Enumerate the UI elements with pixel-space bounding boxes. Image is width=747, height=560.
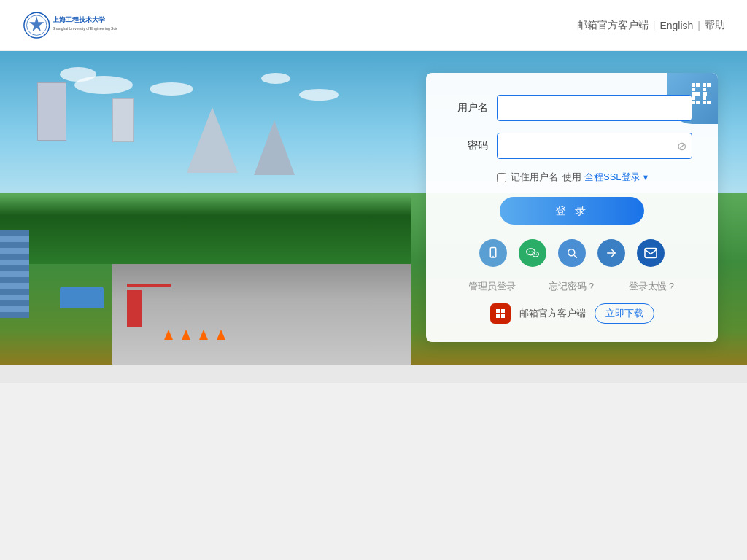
admin-login-link[interactable]: 管理员登录 [468,280,516,293]
svg-point-10 [531,252,533,253]
svg-rect-22 [503,316,505,318]
svg-point-6 [492,256,494,257]
forgot-password-link[interactable]: 忘记密码？ [549,280,596,293]
svg-point-12 [536,254,538,255]
download-button[interactable]: 立即下载 [595,303,654,324]
svg-rect-19 [501,314,503,316]
ssl-dropdown-icon[interactable]: ▼ [642,173,650,182]
password-row: 密码 ⊘ [452,133,692,159]
mail-login-icon[interactable] [637,239,665,267]
svg-rect-15 [645,249,657,258]
username-row: 用户名 [452,95,692,121]
svg-marker-2 [29,16,44,31]
login-button[interactable]: 登 录 [500,197,644,225]
password-input[interactable] [497,133,692,159]
road [112,255,411,365]
app-icon [490,303,511,324]
mobile-login-icon[interactable] [479,239,507,267]
remember-checkbox[interactable] [497,173,506,182]
username-label: 用户名 [452,101,488,114]
svg-rect-18 [496,314,500,318]
username-input-wrap [497,95,692,121]
login-slow-link[interactable]: 登录太慢？ [629,280,676,293]
social-login-row [452,239,692,267]
login-panel: 用户名 密码 ⊘ 记住用户名 使用 全程SSL登录 ▼ 登 录 [426,73,718,342]
tree-line [0,195,411,265]
building-2 [112,98,134,142]
header-nav: 邮箱官方客户端 | English | 帮助 [577,19,725,32]
scan-login-icon[interactable] [558,239,586,267]
svg-point-11 [534,254,535,255]
campus-hero: 用户名 密码 ⊘ 记住用户名 使用 全程SSL登录 ▼ 登 录 [0,51,747,365]
cloud-2 [60,67,96,82]
svg-text:Shanghai University of Enginee: Shanghai University of Engineering Scien… [53,26,117,31]
cloud-3 [150,82,193,96]
password-label: 密码 [452,139,488,152]
remember-row: 记住用户名 使用 全程SSL登录 ▼ [452,171,692,184]
mailbox-client-link[interactable]: 邮箱官方客户端 [577,19,649,32]
gate-bar [127,284,171,287]
logo-area: 上海工程技术大学 Shanghai University of Engineer… [22,7,117,44]
page-footer [0,365,747,383]
redirect-login-icon[interactable] [597,239,625,267]
eye-toggle-icon[interactable]: ⊘ [677,139,686,153]
nav-divider-2: | [697,20,700,31]
university-logo: 上海工程技术大学 Shanghai University of Engineer… [22,7,117,44]
english-link[interactable]: English [659,20,693,31]
tent [60,287,104,308]
app-label: 邮箱官方客户端 [519,307,586,320]
qr-icon [692,83,711,104]
traffic-cones [164,330,225,340]
striped-structure [0,230,29,318]
svg-rect-21 [501,316,503,318]
pyramid-building [187,107,238,173]
wechat-login-icon[interactable] [519,239,546,267]
header: 上海工程技术大学 Shanghai University of Engineer… [0,0,747,51]
remember-label: 记住用户名 [511,171,558,184]
use-label: 使用 [562,171,581,184]
svg-point-9 [529,252,530,253]
app-download-row: 邮箱官方客户端 立即下载 [452,303,692,324]
building-1 [37,82,66,141]
bottom-links: 管理员登录 忘记密码？ 登录太慢？ [452,280,692,293]
svg-rect-20 [503,314,505,316]
svg-point-13 [568,249,575,256]
cloud-5 [299,89,339,101]
password-input-wrap: ⊘ [497,133,692,159]
gate-post [127,290,142,327]
username-input[interactable] [497,95,692,121]
svg-rect-17 [501,309,505,313]
svg-line-14 [574,255,577,258]
svg-text:上海工程技术大学: 上海工程技术大学 [53,15,105,23]
nav-divider-1: | [653,20,656,31]
pyramid-building-2 [254,120,295,175]
svg-rect-16 [496,309,500,313]
ssl-link[interactable]: 全程SSL登录 [584,171,640,184]
help-link[interactable]: 帮助 [705,19,725,32]
